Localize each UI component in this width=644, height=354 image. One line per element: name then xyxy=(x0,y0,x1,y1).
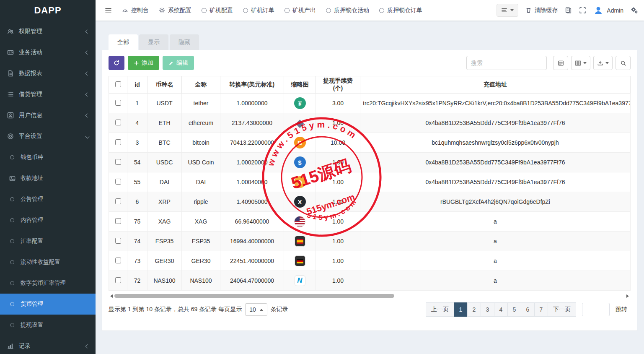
clear-cache-button[interactable]: 清除缓存 xyxy=(525,7,558,14)
next-page-button[interactable]: 下一页 xyxy=(548,302,576,317)
page-button-1[interactable]: 1 xyxy=(454,302,468,317)
topnav-item-1[interactable]: 系统配置 xyxy=(159,7,191,14)
tab-2[interactable]: 隐藏 xyxy=(170,34,199,50)
toolbar-right xyxy=(466,56,631,70)
topnav-item-5[interactable]: 质押锁仓活动 xyxy=(326,7,369,14)
column-header: 提现手续费(个) xyxy=(316,76,360,94)
cell-symbol: ESP35 xyxy=(147,232,182,251)
cell-rate: 70413.22000000 xyxy=(220,133,284,153)
scroll-left-arrow-icon[interactable] xyxy=(110,294,113,298)
cell-rate: 16994.40000000 xyxy=(220,232,284,251)
row-checkbox[interactable] xyxy=(115,277,121,283)
germany-flag-icon xyxy=(295,255,305,266)
sidebar-subitem-6[interactable]: 数字货币汇率管理 xyxy=(0,273,96,294)
scrollbar-thumb[interactable] xyxy=(114,294,394,298)
page-button-6[interactable]: 6 xyxy=(521,302,535,317)
row-checkbox[interactable] xyxy=(115,100,121,106)
row-checkbox[interactable] xyxy=(115,179,121,185)
sidebar-subitem-4[interactable]: 汇率配置 xyxy=(0,231,96,252)
menu-dropdown-button[interactable] xyxy=(497,4,518,17)
edit-button[interactable]: 编辑 xyxy=(163,56,194,70)
row-checkbox[interactable] xyxy=(115,238,121,244)
topnav-item-6[interactable]: 质押锁仓订单 xyxy=(379,7,422,14)
page-button-3[interactable]: 3 xyxy=(481,302,494,317)
cell-rate: 1.00020000 xyxy=(220,153,284,172)
cell-fee: 1.00 xyxy=(316,271,360,291)
sidebar-item-0[interactable]: 权限管理 xyxy=(0,21,96,42)
cell-select xyxy=(109,251,127,271)
cell-select xyxy=(109,172,127,192)
page-button-5[interactable]: 5 xyxy=(507,302,521,317)
document-copy-icon[interactable] xyxy=(565,7,572,14)
table-row: 74ESP35ESP3516994.400000001.00a xyxy=(109,232,631,251)
table-row: 4ETHethereum2137.43000000◆1.000x4ba8B1D2… xyxy=(109,113,631,133)
cell-symbol: USDT xyxy=(147,94,182,113)
user-menu[interactable]: Admin xyxy=(593,5,623,16)
topnav-item-3[interactable]: 矿机订单 xyxy=(243,7,274,14)
cell-thumbnail: $ xyxy=(284,153,316,172)
column-header: 充值地址 xyxy=(360,76,631,94)
fullscreen-icon[interactable] xyxy=(579,7,586,14)
columns-dropdown-button[interactable] xyxy=(571,56,590,70)
topnav-item-2[interactable]: 矿机配置 xyxy=(202,7,233,14)
topnav-item-4[interactable]: 矿机产出 xyxy=(284,7,316,14)
sidebar-item-4[interactable]: 用户信息 xyxy=(0,105,96,126)
jump-button[interactable]: 跳转 xyxy=(612,304,631,315)
cell-fee: 1.00 xyxy=(316,251,360,271)
export-dropdown-button[interactable] xyxy=(593,56,613,70)
sidebar-menu: 权限管理业务活动数据报表借贷管理用户信息平台设置钱包币种收款地址公告管理内容管理… xyxy=(0,21,96,354)
search-button[interactable] xyxy=(616,56,631,70)
row-checkbox[interactable] xyxy=(115,120,121,125)
cell-id: 1 xyxy=(127,94,147,113)
hamburger-icon[interactable] xyxy=(100,7,117,14)
edit-button-label: 编辑 xyxy=(176,59,188,67)
row-checkbox[interactable] xyxy=(115,258,121,263)
cell-thumbnail: B xyxy=(284,133,316,153)
page-button-2[interactable]: 2 xyxy=(467,302,481,317)
jump-page-input[interactable] xyxy=(582,303,610,316)
sidebar-item-1[interactable]: 业务活动 xyxy=(0,42,96,63)
chevron-left-icon xyxy=(85,344,90,348)
sidebar-subitem-1[interactable]: 收款地址 xyxy=(0,168,96,189)
cell-symbol: USDC xyxy=(147,153,182,172)
add-button[interactable]: 添加 xyxy=(128,56,159,70)
refresh-button[interactable] xyxy=(109,56,124,70)
select-all-checkbox[interactable] xyxy=(115,81,121,87)
sidebar-item-6[interactable]: 记录 xyxy=(0,336,96,354)
page-button-7[interactable]: 7 xyxy=(534,302,548,317)
sidebar-subitem-7[interactable]: 货币管理 xyxy=(0,294,96,315)
sidebar-subitem-5[interactable]: 流动性收益配置 xyxy=(0,252,96,273)
cell-rate: 2137.43000000 xyxy=(220,113,284,133)
sidebar-subitem-3[interactable]: 内容管理 xyxy=(0,210,96,231)
cell-id: 6 xyxy=(127,192,147,212)
tab-1[interactable]: 显示 xyxy=(139,34,168,50)
sidebar-item-5[interactable]: 平台设置 xyxy=(0,126,96,147)
row-checkbox[interactable] xyxy=(115,218,121,224)
table-row: 75XAGXAG66.964000001.00a xyxy=(109,212,631,232)
sidebar-subitem-2[interactable]: 公告管理 xyxy=(0,189,96,210)
cell-name: DAI xyxy=(182,172,220,192)
header-select xyxy=(109,76,127,94)
settings-gears-icon[interactable] xyxy=(631,7,638,14)
row-checkbox[interactable] xyxy=(115,198,121,204)
page-button-4[interactable]: 4 xyxy=(494,302,508,317)
horizontal-scrollbar[interactable] xyxy=(113,293,626,299)
scroll-right-arrow-icon[interactable] xyxy=(626,294,629,298)
topnav-item-0[interactable]: 控制台 xyxy=(122,7,149,14)
detail-view-button[interactable] xyxy=(553,56,568,70)
cell-id: 4 xyxy=(127,113,147,133)
menu-lines-icon xyxy=(501,7,507,13)
prev-page-button[interactable]: 上一页 xyxy=(426,302,454,317)
row-checkbox[interactable] xyxy=(115,139,121,145)
sidebar-item-3[interactable]: 借贷管理 xyxy=(0,84,96,105)
sidebar-subitem-8[interactable]: 提现设置 xyxy=(0,315,96,336)
row-checkbox[interactable] xyxy=(115,159,121,165)
search-input[interactable] xyxy=(466,56,547,70)
sidebar-item-2[interactable]: 数据报表 xyxy=(0,63,96,84)
page-size-select[interactable]: 10 xyxy=(245,303,267,316)
table-row: 55DAIDAI1.00040000Ð1.000x4ba8B1D253BA55D… xyxy=(109,172,631,192)
cell-symbol: ETH xyxy=(147,113,182,133)
tab-0[interactable]: 全部 xyxy=(109,34,138,50)
cell-name: ethereum xyxy=(182,113,220,133)
sidebar-subitem-0[interactable]: 钱包币种 xyxy=(0,147,96,168)
